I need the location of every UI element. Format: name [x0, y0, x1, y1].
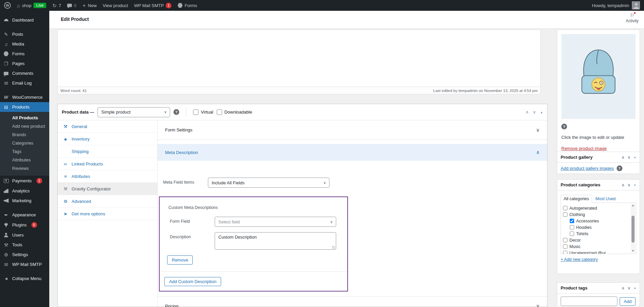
category-checkbox[interactable]	[563, 251, 567, 254]
move-up-icon[interactable]: ∧	[621, 286, 624, 290]
sidebar-item-posts[interactable]: ✎ Posts	[0, 29, 49, 39]
tab-inventory[interactable]: ◈ Inventory	[58, 133, 157, 145]
toggle-panel-icon[interactable]: ▲	[540, 111, 543, 114]
sidebar-item-appearance[interactable]: ✒ Appearance	[0, 210, 49, 220]
sidebar-item-settings[interactable]: ⚙ Settings	[0, 250, 49, 259]
scrollbar-thumb[interactable]	[632, 216, 635, 243]
sidebar-item-email-log[interactable]: ✉ Email Log	[0, 78, 49, 88]
submenu-attributes[interactable]: Attributes	[0, 156, 49, 164]
wp-mail-smtp-link[interactable]: WP Mail SMTP 1	[134, 3, 171, 8]
move-up-icon[interactable]: ∧	[526, 110, 529, 115]
sidebar-item-dashboard[interactable]: Dashboard	[0, 15, 49, 25]
tab-general[interactable]: ⚒ General	[58, 120, 157, 133]
section-form-settings[interactable]: Form Settings ∨	[158, 120, 547, 140]
sidebar-item-analytics[interactable]: Analytics	[0, 186, 49, 196]
site-name-link[interactable]: ⌂ shop Live	[17, 3, 46, 8]
submenu-brands[interactable]: Brands	[0, 130, 49, 139]
add-tag-button[interactable]: Add	[620, 297, 636, 306]
tab-gravity-configurator[interactable]: ⚒ Gravity Configurator	[58, 183, 157, 195]
comments-link[interactable]: 0	[67, 3, 76, 8]
category-checkbox[interactable]	[570, 232, 574, 236]
submenu-tags[interactable]: Tags	[0, 147, 49, 156]
view-product-link[interactable]: View product	[103, 3, 128, 8]
category-checkbox[interactable]	[570, 219, 574, 223]
sidebar-item-wp-mail-smtp[interactable]: ✉ WP Mail SMTP	[0, 259, 49, 269]
move-down-icon[interactable]: ∨	[627, 183, 630, 187]
tab-attributes[interactable]: ≡ Attributes	[58, 170, 157, 183]
tab-shipping[interactable]: Shipping	[58, 145, 157, 158]
category-hoodies[interactable]: Hoodies	[570, 224, 630, 231]
sidebar-item-media[interactable]: ♫ Media	[0, 39, 49, 49]
category-checkbox[interactable]	[563, 206, 567, 210]
sidebar-item-forms[interactable]: Forms	[0, 49, 49, 59]
downloadable-checkbox[interactable]	[217, 110, 222, 115]
sidebar-item-users[interactable]: Users	[0, 230, 49, 240]
add-gallery-images-link[interactable]: Add product gallery images	[561, 166, 614, 171]
move-down-icon[interactable]: ∨	[627, 286, 630, 290]
submenu-reviews[interactable]: Reviews	[0, 164, 49, 173]
tag-input[interactable]	[561, 297, 617, 306]
toggle-panel-icon[interactable]: ▲	[634, 286, 636, 289]
category-checkbox[interactable]	[563, 238, 567, 242]
category-checkbox[interactable]	[563, 212, 567, 217]
move-down-icon[interactable]: ∨	[533, 110, 536, 115]
tab-advanced[interactable]: ⚙ Advanced	[58, 195, 157, 208]
remove-button[interactable]: Remove	[167, 255, 193, 265]
sidebar-item-products[interactable]: ⊟ Products	[0, 102, 49, 112]
move-up-icon[interactable]: ∧	[621, 183, 624, 187]
activity-button[interactable]: ⚐ Activity	[626, 12, 639, 23]
category-tshirts[interactable]: Tshirts	[570, 231, 630, 237]
toggle-panel-icon[interactable]: ▲	[634, 183, 636, 186]
help-icon[interactable]: ?	[561, 124, 567, 129]
form-field-select[interactable]: Select field ∨	[215, 217, 336, 227]
scroll-down-icon[interactable]: ▼	[631, 249, 635, 253]
remove-product-image-link[interactable]: Remove product image	[561, 146, 607, 151]
user-avatar[interactable]	[632, 1, 640, 9]
category-music[interactable]: Music	[563, 243, 630, 250]
help-icon[interactable]: ?	[617, 165, 622, 171]
meta-field-items-select[interactable]: Include All Fields ∨	[208, 178, 329, 188]
howdy-text[interactable]: Howdy, tempadmin	[592, 3, 629, 8]
add-new-category-link[interactable]: + Add new category	[561, 257, 598, 262]
sidebar-item-tools[interactable]: ⚒ Tools	[0, 240, 49, 250]
help-icon[interactable]: ?	[173, 109, 179, 115]
category-uncategorized[interactable]: Uncategorized @ur	[563, 250, 630, 254]
move-up-icon[interactable]: ∧	[621, 155, 624, 160]
scrollbar[interactable]: ▲ ▼	[631, 204, 635, 253]
description-textarea[interactable]	[215, 232, 336, 250]
sidebar-item-payments[interactable]: $ Payments 1	[0, 176, 49, 186]
toggle-panel-icon[interactable]: ▲	[634, 156, 636, 159]
category-autogenerated[interactable]: Autogenerated	[563, 205, 630, 211]
add-custom-description-button[interactable]: Add Custom Description	[164, 277, 221, 286]
category-accessories[interactable]: Accessories	[570, 218, 630, 224]
category-clothing[interactable]: Clothing	[563, 211, 630, 218]
tab-linked-products[interactable]: ∞ Linked Products	[58, 158, 157, 170]
submenu-categories[interactable]: Categories	[0, 139, 49, 147]
virtual-checkbox[interactable]	[193, 110, 198, 115]
tab-most-used[interactable]: Most Used	[592, 195, 619, 203]
updates-link[interactable]: ↻ 7	[52, 3, 61, 8]
virtual-checkbox-row[interactable]: Virtual	[193, 110, 213, 115]
submenu-all-products[interactable]: All Products	[0, 114, 49, 122]
submenu-add-new-product[interactable]: Add new product	[0, 122, 49, 130]
new-content-link[interactable]: + New	[82, 3, 97, 8]
sidebar-item-collapse-menu[interactable]: ◀ Collapse Menu	[0, 274, 49, 283]
wordpress-menu[interactable]: W	[4, 2, 11, 9]
move-down-icon[interactable]: ∨	[627, 155, 630, 160]
forms-link[interactable]: Forms	[178, 3, 197, 8]
sidebar-item-pages[interactable]: ❐ Pages	[0, 59, 49, 68]
sidebar-item-marketing[interactable]: Marketing	[0, 196, 49, 206]
category-checkbox[interactable]	[570, 225, 574, 229]
category-checkbox[interactable]	[563, 244, 567, 249]
downloadable-checkbox-row[interactable]: Downloadable	[217, 110, 252, 115]
product-image[interactable]	[561, 34, 636, 119]
product-description-editor[interactable]: Word count: 41 Last edited by tempadmin …	[57, 30, 541, 94]
category-decor[interactable]: Decor	[563, 237, 630, 243]
sidebar-item-plugins[interactable]: Plugins 6	[0, 220, 49, 230]
tab-all-categories[interactable]: All categories	[561, 195, 592, 203]
section-pricing[interactable]: Pricing ∨	[158, 296, 547, 307]
product-type-select[interactable]: Simple product ∨	[98, 107, 170, 117]
scroll-up-icon[interactable]: ▲	[631, 204, 635, 208]
sidebar-item-woocommerce[interactable]: W WooCommerce	[0, 92, 49, 102]
sidebar-item-comments[interactable]: Comments	[0, 68, 49, 78]
